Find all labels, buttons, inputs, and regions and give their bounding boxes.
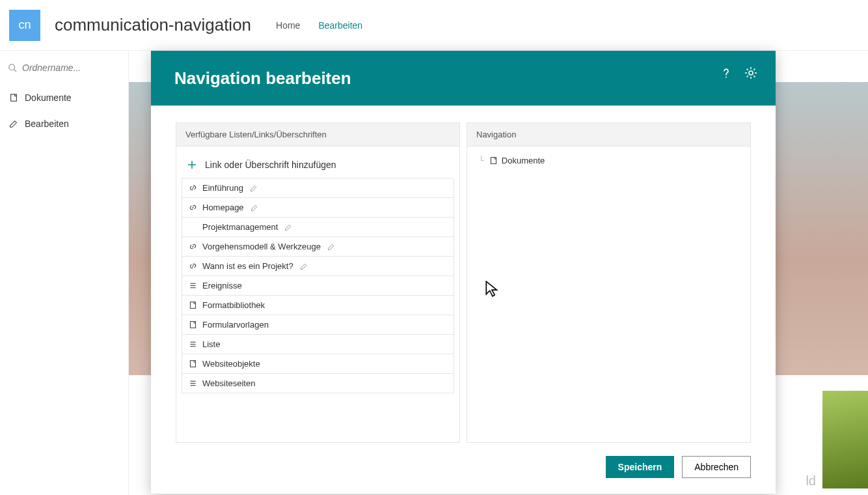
sidebar-item-label: Dokumente — [25, 92, 72, 103]
available-item-label: Websiteseiten — [202, 378, 255, 388]
nav-tree-item-label: Dokumente — [502, 156, 545, 165]
save-button[interactable]: Speichern — [606, 456, 675, 478]
available-item-label: Vorgehensmodell & Werkzeuge — [202, 242, 321, 251]
pencil-icon[interactable] — [251, 204, 258, 212]
available-item-label: Websiteobjekte — [202, 359, 260, 369]
link-icon — [189, 242, 197, 251]
sidebar-item-edit[interactable]: Bearbeiten — [5, 111, 123, 137]
partial-text: ld — [806, 474, 816, 488]
available-column: Verfügbare Listen/Links/Überschriften Li… — [176, 122, 460, 443]
panel-body: Verfügbare Listen/Links/Überschriften Li… — [151, 106, 776, 456]
edit-navigation-panel: Navigation bearbeiten Verfügbare Listen/… — [151, 51, 776, 494]
nav-home[interactable]: Home — [276, 20, 300, 31]
list-icon — [189, 281, 197, 290]
gear-icon[interactable] — [744, 66, 757, 79]
panel-title: Navigation bearbeiten — [174, 68, 351, 89]
available-item[interactable]: Websiteseiten — [182, 373, 454, 393]
available-item[interactable]: Websiteobjekte — [182, 354, 454, 374]
nav-tree-item[interactable]: └Dokumente — [479, 156, 739, 165]
available-column-header: Verfügbare Listen/Links/Überschriften — [176, 123, 459, 147]
pencil-icon[interactable] — [250, 184, 258, 192]
add-link-label: Link oder Überschrift hinzufügen — [205, 160, 336, 170]
link-icon — [189, 262, 197, 270]
available-item-label: Formularvorlagen — [202, 320, 269, 330]
available-item-label: Wann ist es ein Projekt? — [202, 261, 293, 271]
available-item-label: Liste — [202, 339, 220, 349]
tree-branch-icon: └ — [479, 156, 484, 165]
site-logo[interactable]: cn — [9, 10, 40, 41]
list-icon — [189, 379, 197, 388]
available-item[interactable]: Vorgehensmodell & Werkzeuge — [182, 236, 454, 257]
doc-icon — [189, 360, 197, 368]
available-item-label: Projektmanagement — [202, 222, 278, 232]
sidebar-item-documents[interactable]: Dokumente — [5, 85, 123, 111]
available-item[interactable]: Homepage — [182, 197, 454, 218]
available-item[interactable]: Wann ist es ein Projekt? — [182, 256, 454, 276]
pencil-icon[interactable] — [327, 243, 335, 251]
available-item[interactable]: Formularvorlagen — [182, 315, 454, 335]
available-item[interactable]: Formatbibliothek — [182, 295, 454, 315]
available-item-label: Ereignisse — [202, 281, 242, 290]
available-item[interactable]: Einführung — [182, 178, 454, 198]
doc-icon — [189, 320, 197, 329]
link-icon — [189, 184, 197, 192]
sidebar-item-label: Bearbeiten — [25, 119, 69, 129]
pencil-icon[interactable] — [300, 262, 308, 270]
site-title: communication-navigation — [55, 15, 251, 35]
panel-header: Navigation bearbeiten — [151, 51, 776, 106]
available-item[interactable]: Ereignisse — [182, 276, 454, 296]
pencil-icon — [9, 119, 18, 128]
help-icon[interactable] — [720, 66, 733, 79]
available-item-label: Einführung — [202, 183, 243, 193]
navigation-column-header: Navigation — [467, 123, 750, 147]
link-icon — [189, 203, 197, 212]
search-input[interactable] — [22, 63, 107, 73]
available-item-label: Formatbibliothek — [202, 300, 265, 310]
cancel-button[interactable]: Abbrechen — [682, 456, 751, 478]
left-sidebar: Dokumente Bearbeiten — [0, 51, 129, 495]
list-icon — [189, 340, 197, 348]
panel-footer: Speichern Abbrechen — [151, 456, 776, 494]
secondary-image — [822, 391, 868, 488]
sidebar-search[interactable] — [5, 59, 123, 77]
available-item[interactable]: Projektmanagement — [182, 217, 454, 237]
plus-icon — [187, 160, 197, 170]
navigation-column: Navigation └Dokumente — [467, 122, 751, 443]
add-link-button[interactable]: Link oder Überschrift hinzufügen — [182, 152, 454, 178]
pencil-icon[interactable] — [284, 223, 292, 231]
site-header: cn communication-navigation Home Bearbei… — [0, 0, 868, 51]
nav-edit[interactable]: Bearbeiten — [318, 20, 362, 31]
search-icon — [8, 63, 17, 72]
document-icon — [9, 93, 18, 102]
available-item[interactable]: Liste — [182, 334, 454, 354]
available-item-label: Homepage — [202, 203, 244, 212]
doc-icon — [189, 301, 197, 309]
document-icon — [489, 156, 498, 165]
